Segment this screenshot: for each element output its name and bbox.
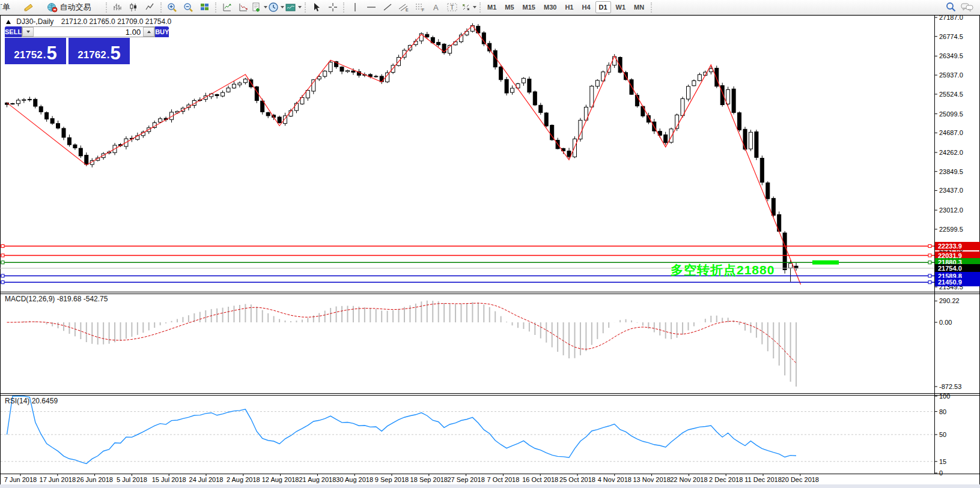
toolbar-separator — [651, 2, 652, 13]
buy-price-main: 21762 — [78, 48, 106, 62]
sell-button[interactable]: SELL — [5, 26, 22, 37]
spinner-down-icon — [26, 31, 30, 33]
svg-text:F: F — [422, 8, 424, 12]
equidistant-channel-button[interactable]: E — [396, 1, 411, 14]
line-end-marker — [1, 254, 4, 257]
indicators-list-button[interactable] — [285, 1, 302, 14]
toolbar-separator — [160, 2, 162, 13]
timeframe-button-m1[interactable]: M1 — [484, 1, 500, 13]
timeframe-button-h4[interactable]: H4 — [578, 1, 594, 13]
fibonacci-icon: F — [415, 2, 425, 12]
timeframe-button-m30[interactable]: M30 — [540, 1, 560, 13]
chat-button[interactable] — [960, 1, 975, 14]
toolbar-separator — [305, 2, 306, 13]
zoom-out-button[interactable] — [181, 1, 196, 14]
arrows-icon — [461, 2, 471, 12]
cursor-icon — [312, 2, 321, 12]
periods-button[interactable] — [269, 1, 284, 14]
autotrading-button[interactable]: 自动交易 — [37, 1, 103, 14]
line-end-marker — [928, 245, 931, 248]
new-order-button[interactable]: 订单 — [1, 1, 19, 14]
cursor-button[interactable] — [309, 1, 324, 14]
toolbar-separator — [343, 2, 344, 13]
volume-control — [22, 26, 155, 37]
svg-text:A: A — [433, 3, 439, 12]
candlestick-chart-icon — [129, 2, 139, 12]
templates-icon — [252, 2, 262, 13]
bar-chart-button[interactable] — [110, 1, 125, 14]
fibonacci-button[interactable]: F — [412, 1, 427, 14]
volume-input[interactable] — [34, 27, 143, 37]
rsi-indicator — [1, 396, 934, 463]
line-end-marker — [1, 261, 4, 264]
tile-windows-button[interactable] — [197, 1, 212, 14]
volume-increase-button[interactable] — [143, 27, 154, 37]
indicator-window-button[interactable] — [219, 1, 234, 14]
autotrading-icon — [47, 2, 58, 13]
timeframe-button-w1[interactable]: W1 — [612, 1, 630, 13]
timeframe-button-m15[interactable]: M15 — [519, 1, 539, 13]
turning-point-highlight-bar — [812, 261, 839, 265]
toolbar-separator — [215, 2, 216, 13]
timeframe-button-mn[interactable]: MN — [630, 1, 648, 13]
line-chart-button[interactable] — [142, 1, 157, 14]
text-button[interactable]: A — [428, 1, 443, 14]
zoom-in-button[interactable] — [165, 1, 180, 14]
indicator-subwindow-button[interactable] — [236, 1, 251, 14]
tile-windows-icon — [199, 2, 210, 12]
volume-decrease-button[interactable] — [22, 27, 34, 37]
note-icon[interactable] — [20, 1, 35, 14]
main-toolbar: 订单 自动交易 E F A T M1M5M15M30H1H4D1W1MN — [0, 0, 980, 15]
line-end-marker — [1, 245, 4, 248]
sell-price-main: 21752 — [14, 48, 42, 62]
crosshair-button[interactable] — [325, 1, 340, 14]
timeframe-button-m5[interactable]: M5 — [501, 1, 517, 13]
templates-button[interactable] — [252, 1, 267, 14]
timeframe-button-d1[interactable]: D1 — [595, 1, 611, 13]
line-end-marker — [1, 281, 4, 284]
text-label-button[interactable]: T — [445, 1, 460, 14]
equidistant-channel-icon: E — [398, 2, 409, 12]
trendline-button[interactable] — [380, 1, 395, 14]
dropdown-caret-icon — [281, 6, 284, 8]
dropdown-caret-icon — [264, 6, 267, 8]
new-order-label: 订单 — [1, 2, 19, 13]
rsi-path — [7, 396, 797, 463]
indicator-window-icon — [222, 2, 233, 12]
clock-icon — [269, 2, 279, 13]
toolbar-separator — [106, 2, 107, 13]
sell-price-frac: 5 — [46, 44, 56, 62]
toolbar-separator — [479, 2, 481, 13]
decimal-separator: . — [107, 48, 110, 62]
svg-text:T: T — [450, 4, 454, 11]
horizontal-level-lines[interactable] — [0, 245, 934, 284]
sell-price-display[interactable]: 21752.5 — [5, 38, 66, 64]
horizontal-line-button[interactable] — [364, 1, 379, 14]
timeframe-button-h1[interactable]: H1 — [561, 1, 577, 13]
arrows-button[interactable] — [461, 1, 476, 14]
search-button[interactable] — [943, 1, 958, 14]
buy-button[interactable]: BUY — [155, 26, 169, 37]
dropdown-caret-icon — [473, 6, 476, 8]
crosshair-icon — [328, 2, 338, 12]
line-end-marker — [928, 254, 931, 257]
bar-chart-icon — [112, 2, 123, 12]
buy-price-display[interactable]: 21762.5 — [68, 38, 130, 64]
line-end-marker — [928, 281, 931, 284]
search-icon — [945, 2, 957, 13]
indicators-list-icon — [285, 3, 296, 12]
candlestick-chart-button[interactable] — [126, 1, 141, 14]
autotrading-label: 自动交易 — [60, 2, 91, 13]
buy-price-frac: 5 — [110, 44, 120, 62]
note-icon — [23, 2, 34, 12]
line-chart-icon — [145, 2, 155, 12]
svg-text:E: E — [406, 8, 409, 12]
trendline-icon — [383, 2, 392, 12]
chat-icon — [961, 2, 974, 13]
chart-canvas[interactable] — [0, 0, 980, 488]
vertical-line-button[interactable] — [347, 1, 362, 14]
indicator-subwindow-icon — [238, 2, 249, 12]
macd-indicator — [7, 301, 797, 387]
vertical-line-icon — [352, 2, 359, 12]
dropdown-caret-icon — [298, 6, 302, 8]
